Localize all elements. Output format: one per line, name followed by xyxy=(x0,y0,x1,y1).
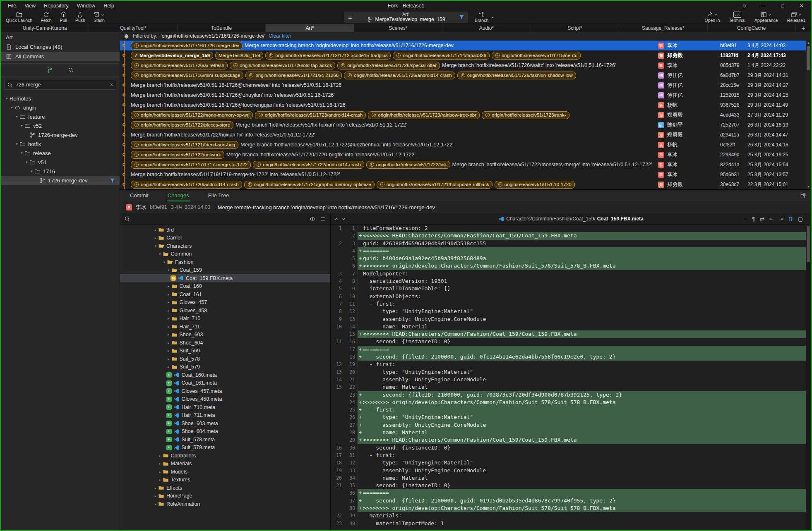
tab-audio[interactable]: Audio* xyxy=(442,24,531,32)
commit-row[interactable]: origin/hotfix/release/v51/1721/friend-so… xyxy=(120,140,811,150)
branch-label[interactable]: origin/hotfix/release/v51/1721/xc-21266 xyxy=(245,72,342,79)
close-button[interactable]: ✕ xyxy=(792,1,811,11)
expand-arrow-icon[interactable]: ▾ xyxy=(158,252,163,256)
scrollbar-thumb[interactable] xyxy=(807,226,810,262)
minimize-button[interactable]: — xyxy=(754,1,773,11)
commit-row[interactable]: origin/hotfix/release/v51/1716/mini-subp… xyxy=(120,70,811,80)
file-tree-item[interactable]: ▾Characters xyxy=(120,242,330,250)
expand-arrow-icon[interactable]: ▸ xyxy=(153,228,158,232)
expand-arrow-icon[interactable]: ▾ xyxy=(19,151,24,155)
sidebar-item-local-changes[interactable]: Local Changes (48) xyxy=(1,42,120,52)
tab-tobundle[interactable]: ToBundle xyxy=(178,24,266,32)
branch-tree-item[interactable]: ▾1716 xyxy=(1,167,120,176)
filter-active-icon[interactable] xyxy=(109,177,115,184)
wrap-lines-icon[interactable]: ⇄ xyxy=(760,216,764,222)
branch-tree-item[interactable]: 1726-merge-dev xyxy=(1,130,120,139)
commit-row[interactable]: origin/hotfix/release/v51/1726/ai-refres… xyxy=(120,60,811,70)
expand-arrow-icon[interactable]: ▸ xyxy=(166,365,171,369)
file-search-bar[interactable] xyxy=(120,213,330,225)
expand-arrow-icon[interactable]: ▸ xyxy=(166,349,171,353)
file-tree-item[interactable]: ▸Textures xyxy=(120,476,330,484)
detail-tab-changes[interactable]: Changes xyxy=(167,191,190,201)
file-tree-item[interactable]: ▸Models xyxy=(120,468,330,476)
tab-unity-game-kuroha[interactable]: Unity-Game-Kuroha xyxy=(1,24,89,32)
branch-label[interactable]: origin/hotfix/release/v51/1720/android14… xyxy=(131,181,242,189)
branch-label[interactable]: origin/hotfix/release/v51/1722/network xyxy=(131,151,224,159)
feedback-smiley-icon[interactable]: ☺ xyxy=(735,1,754,11)
previous-change-icon[interactable] xyxy=(334,217,338,221)
detail-tab-commit[interactable]: Commit xyxy=(129,191,149,201)
branch-tree-item[interactable]: ▾v51 xyxy=(1,158,120,167)
expand-arrow-icon[interactable]: ▸ xyxy=(166,341,171,345)
file-tree-item[interactable]: MCoat_159.FBX.meta xyxy=(120,274,330,282)
file-tree-item[interactable]: ▸Hair_710 xyxy=(120,315,330,323)
branch-label[interactable]: origin/hotfix/release/v51/1726/ai-refres… xyxy=(131,62,228,69)
sync-scroll-icon[interactable]: ⇅ xyxy=(788,216,793,222)
file-tree-item[interactable]: ▸Suit_578 xyxy=(120,355,330,363)
file-tree-item[interactable]: ▸Carrier xyxy=(120,234,330,242)
whitespace-icon[interactable]: ¶ xyxy=(752,216,755,222)
branch-label[interactable]: origin/hotfix/release/v51/1716/1726-merg… xyxy=(131,42,243,50)
expand-arrow-icon[interactable]: ▾ xyxy=(19,124,24,128)
menu-repository[interactable]: Repository xyxy=(40,2,72,10)
file-tree-item[interactable]: ▸3rd xyxy=(120,226,330,234)
branch-label[interactable]: origin/hotfix/release/v51/1723/rainbow-t… xyxy=(368,111,480,119)
expand-arrow-icon[interactable]: ▸ xyxy=(153,486,158,490)
expand-arrow-icon[interactable]: ▸ xyxy=(166,325,171,329)
expand-arrow-icon[interactable]: ▸ xyxy=(158,478,163,482)
branch-label[interactable]: origin/hotfix/release/v51/1714/tapad326 xyxy=(393,52,489,60)
file-tree-item[interactable]: ▸Coat_160 xyxy=(120,282,330,291)
appearance-button[interactable]: Appearance xyxy=(752,12,781,23)
gear-icon[interactable] xyxy=(123,33,130,39)
detail-tab-file-tree[interactable]: File Tree xyxy=(207,191,230,201)
branch-tree-item[interactable]: ▾Remotes xyxy=(1,94,120,103)
tab-configcache[interactable]: ConfigCache xyxy=(708,24,796,32)
menu-view[interactable]: View xyxy=(21,2,39,10)
commit-row[interactable]: origin/hotfix/release/v51/1717/1717-merg… xyxy=(120,160,811,170)
maximize-button[interactable]: □ xyxy=(773,1,792,11)
file-tree-item[interactable]: ▾Common xyxy=(120,250,330,258)
commit-row[interactable]: Merge branch 'hotfix/release/v51/1719/17… xyxy=(120,170,811,179)
tab-script[interactable]: Script* xyxy=(531,24,619,32)
branch-label[interactable]: origin/hotfix/release/v51/1723/android14… xyxy=(255,111,366,119)
file-tree-item[interactable]: ▾Coat_159 xyxy=(120,266,330,275)
expand-arrow-icon[interactable]: ▾ xyxy=(14,142,19,146)
expand-arrow-icon[interactable]: ▾ xyxy=(162,260,167,264)
branch-label[interactable]: origin/hotfix/release/v51/1723/rank- xyxy=(482,111,569,119)
clear-filter-link[interactable]: Clear filter xyxy=(269,33,291,39)
pull-button[interactable]: Pull xyxy=(57,12,70,23)
next-file-icon[interactable]: ⇥ xyxy=(779,216,783,222)
expand-arrow-icon[interactable]: ▾ xyxy=(29,169,34,173)
branch-label[interactable]: origin/hotfix/release/v51/1716/mini-subp… xyxy=(131,72,243,79)
file-tree-item[interactable]: ▸Gloves_457 xyxy=(120,299,330,307)
repo-branch-selector[interactable]: Art* MergeTest/develop_merge_159 xyxy=(344,12,468,23)
add-tab-button[interactable]: + xyxy=(796,24,811,32)
file-tree-item[interactable]: +Hair_711.meta xyxy=(120,411,330,420)
expand-arrow-icon[interactable]: ▸ xyxy=(153,502,158,506)
expand-arrow-icon[interactable]: ▸ xyxy=(166,284,171,288)
expand-arrow-icon[interactable]: ▾ xyxy=(4,96,10,100)
stash-button[interactable]: Stash xyxy=(91,12,107,23)
filter-icon[interactable] xyxy=(459,14,465,20)
branch-label[interactable]: origin/hotfix/release/v51/1726/old-tap-a… xyxy=(230,62,335,69)
list-view-icon[interactable] xyxy=(320,216,326,222)
expand-arrow-icon[interactable]: ▸ xyxy=(166,300,171,304)
expand-arrow-icon[interactable]: ▸ xyxy=(166,316,171,321)
file-tree-item[interactable]: +Gloves_458.meta xyxy=(120,395,330,404)
branch-button[interactable]: Branch xyxy=(474,12,494,23)
branch-label[interactable]: origin/release/v51/0.51.10-1720 xyxy=(495,181,575,189)
commit-row[interactable]: origin/hotfix/release/v51/1720/android14… xyxy=(120,179,811,189)
expand-arrow-icon[interactable]: ▾ xyxy=(166,268,171,272)
next-change-icon[interactable] xyxy=(342,217,346,221)
commit-row[interactable]: origin/hotfix/release/v51/1716/1726-merg… xyxy=(120,41,811,50)
branch-tree-item[interactable]: ▾feature xyxy=(1,112,120,121)
tab-qualitytool[interactable]: QualityTool* xyxy=(89,24,177,32)
release-button[interactable]: Release1 xyxy=(785,12,808,23)
file-tree-item[interactable]: +Coat_161.meta xyxy=(120,379,330,387)
file-tree-item[interactable]: +Suit_578.meta xyxy=(120,435,330,444)
branch-label[interactable]: origin/hotfix/release/v51/1722/pieces-st… xyxy=(131,121,233,129)
branch-label[interactable]: origin/hotfix/release/v51/1726/special-o… xyxy=(337,62,440,69)
open-in-button[interactable]: Open in xyxy=(702,12,723,23)
file-tree-item[interactable]: +Shoe_603.meta xyxy=(120,419,330,428)
scroll-up-icon[interactable]: ▲ xyxy=(807,41,810,45)
